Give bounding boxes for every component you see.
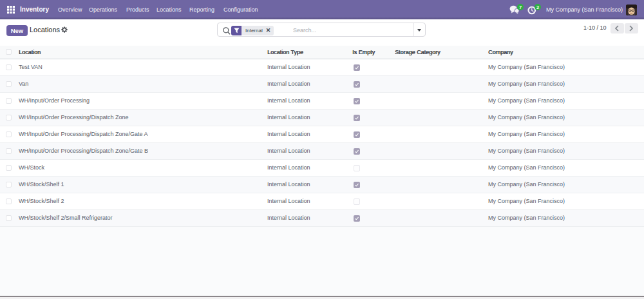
svg-text:2: 2 — [536, 5, 539, 10]
svg-text:7: 7 — [519, 5, 522, 10]
